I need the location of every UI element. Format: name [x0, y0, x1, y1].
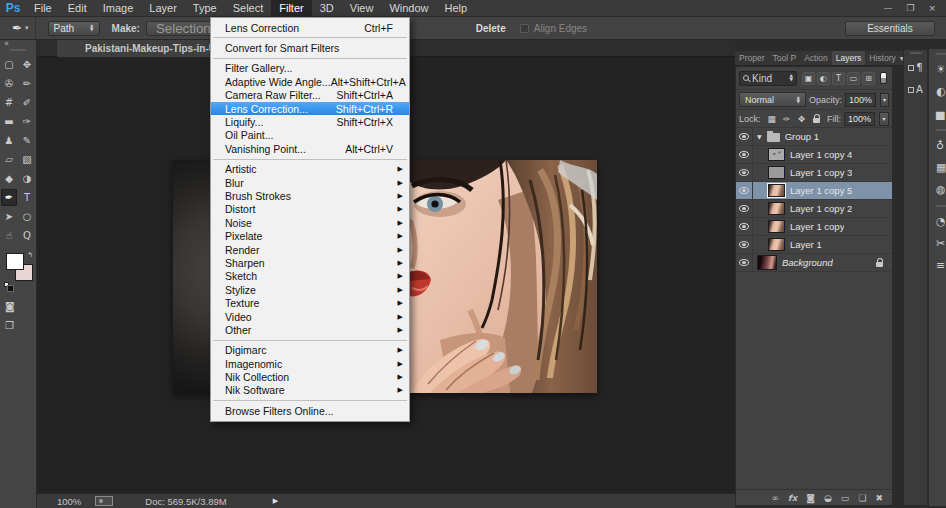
hand-tool[interactable]: ☝: [1, 227, 17, 244]
filter-adjustment-layers-icon[interactable]: ◐: [817, 72, 830, 85]
fill-arrow-icon[interactable]: ▾: [879, 112, 889, 126]
fill-value[interactable]: 100%: [844, 112, 875, 126]
blur-tool[interactable]: ◆: [1, 170, 17, 187]
layer-thumbnail[interactable]: [768, 238, 785, 251]
filter-menu-item-artistic[interactable]: Artistic▶: [211, 163, 409, 176]
eyedropper-tool[interactable]: ✐: [19, 94, 35, 111]
zoom-tool[interactable]: Q: [19, 227, 35, 244]
type-tool[interactable]: T: [19, 189, 35, 206]
menubar-item-type[interactable]: Type: [185, 0, 225, 17]
rectangular-marquee-tool[interactable]: ▢: [1, 56, 17, 73]
clipped-panel-icon[interactable]: ◔: [929, 211, 946, 233]
layer-row-layer-1-copy[interactable]: Layer 1 copy: [736, 218, 892, 236]
visibility-toggle[interactable]: [736, 236, 753, 253]
filter-menu-item-lens-correction[interactable]: Lens Correction...Shift+Ctrl+R: [211, 102, 409, 115]
tools-grip[interactable]: [10, 49, 26, 51]
filter-menu-item-imagenomic[interactable]: Imagenomic▶: [211, 357, 409, 370]
quick-mask-button[interactable]: ◙: [5, 301, 15, 312]
opacity-arrow-icon[interactable]: ▾: [880, 93, 889, 107]
filtering-toggle[interactable]: [880, 72, 887, 84]
quick-selection-tool[interactable]: ✏: [19, 75, 35, 92]
clipped-panel-icon[interactable]: ▅: [929, 103, 946, 125]
filter-menu-item-distort[interactable]: Distort▶: [211, 203, 409, 216]
layer-row-layer-1-copy-2[interactable]: Layer 1 copy 2: [736, 200, 892, 218]
move-tool[interactable]: ✥: [19, 56, 35, 73]
filter-menu-item-noise[interactable]: Noise▶: [211, 216, 409, 229]
filter-menu-item-nik-software[interactable]: Nik Software▶: [211, 384, 409, 397]
filter-shape-layers-icon[interactable]: ▭: [847, 72, 860, 85]
filter-menu-item-vanishing-point[interactable]: Vanishing Point...Alt+Ctrl+V: [211, 142, 409, 155]
panel-tab-action[interactable]: Action: [800, 51, 832, 65]
filter-menu-item-lens-correction[interactable]: Lens CorrectionCtrl+F: [211, 21, 409, 34]
filter-menu-item-oil-paint[interactable]: Oil Paint...: [211, 129, 409, 142]
filter-menu-item-render[interactable]: Render▶: [211, 243, 409, 256]
visibility-toggle[interactable]: [736, 128, 753, 145]
default-colors-icon[interactable]: [4, 282, 9, 287]
clipped-panel-icon[interactable]: ◐: [929, 81, 946, 103]
filter-menu-item-filter-gallery[interactable]: Filter Gallery...: [211, 62, 409, 75]
tool-preset-picker[interactable]: ✒ ▾: [0, 17, 36, 39]
dodge-tool[interactable]: ◑: [19, 170, 35, 187]
layer-thumbnail[interactable]: [757, 255, 777, 270]
layer-row-layer-1-copy-4[interactable]: Layer 1 copy 4: [736, 146, 892, 164]
foreground-color-swatch[interactable]: [6, 253, 24, 270]
brush-tool[interactable]: ✑: [19, 113, 35, 130]
zoom-level-field[interactable]: 100%: [57, 496, 81, 507]
filter-menu-item-stylize[interactable]: Stylize▶: [211, 283, 409, 296]
filter-pixel-layers-icon[interactable]: ▣: [802, 72, 815, 85]
menubar-item-window[interactable]: Window: [381, 0, 436, 17]
minimize-button[interactable]: —: [883, 3, 892, 13]
lock-image-pixels-icon[interactable]: ✑: [781, 113, 793, 125]
menubar-item-image[interactable]: Image: [95, 0, 142, 17]
lock-transparent-pixels-icon[interactable]: ▦: [766, 113, 778, 125]
menubar-item-help[interactable]: Help: [437, 0, 476, 17]
clipped-panel-icon[interactable]: ☀: [929, 59, 946, 81]
screen-mode-button[interactable]: ❐: [5, 320, 14, 331]
clipped-panel-icon[interactable]: ▦: [929, 157, 946, 179]
layer-row-layer-1-copy-5[interactable]: Layer 1 copy 5: [736, 182, 892, 200]
menubar-item-edit[interactable]: Edit: [60, 0, 95, 17]
layer-filter-kind-select[interactable]: Kind ▲▼: [739, 71, 797, 86]
filter-menu-item-sketch[interactable]: Sketch▶: [211, 270, 409, 283]
align-edges-checkbox[interactable]: [520, 24, 529, 33]
lasso-tool[interactable]: ✇: [1, 75, 17, 92]
layer-thumbnail[interactable]: [768, 166, 785, 179]
restore-button[interactable]: ❐: [906, 3, 914, 13]
layer-thumbnail[interactable]: [768, 220, 785, 233]
filter-menu-item-sharpen[interactable]: Sharpen▶: [211, 256, 409, 269]
history-brush-tool[interactable]: ✎: [19, 132, 35, 149]
delete-layer-icon[interactable]: ✖: [875, 493, 883, 503]
filter-menu-item-texture[interactable]: Texture▶: [211, 296, 409, 309]
layer-row-layer-1[interactable]: Layer 1: [736, 236, 892, 254]
blend-mode-select[interactable]: Normal ▲▼: [739, 92, 806, 107]
link-layers-icon[interactable]: ∞: [772, 493, 780, 503]
paragraph-styles-icon[interactable]: ¶: [906, 58, 925, 77]
filter-menu-item-convert-for-smart-filters[interactable]: Convert for Smart Filters: [211, 41, 409, 54]
filter-menu-item-brush-strokes[interactable]: Brush Strokes▶: [211, 189, 409, 202]
menubar-item-layer[interactable]: Layer: [141, 0, 185, 17]
filter-menu-item-video[interactable]: Video▶: [211, 310, 409, 323]
expand-triangle-icon[interactable]: ▼: [757, 133, 762, 140]
menubar-item-select[interactable]: Select: [225, 0, 272, 17]
visibility-toggle[interactable]: [736, 254, 753, 271]
collapse-tools-icon[interactable]: «: [0, 40, 36, 48]
clipped-panel-icon[interactable]: ≡: [929, 255, 946, 277]
dock-grip[interactable]: [910, 52, 922, 54]
filter-menu-item-blur[interactable]: Blur▶: [211, 176, 409, 189]
lock-position-icon[interactable]: ✥: [796, 113, 808, 125]
workspace-switcher[interactable]: Essentials: [845, 21, 935, 36]
menubar-item-filter[interactable]: Filter: [271, 0, 311, 17]
tool-mode-select[interactable]: Path ▲▼: [48, 21, 100, 36]
new-layer-icon[interactable]: ❏: [858, 493, 866, 503]
filter-smart-objects-icon[interactable]: ⊞: [862, 72, 875, 85]
filter-menu-item-digimarc[interactable]: Digimarc▶: [211, 344, 409, 357]
opacity-value[interactable]: 100%: [845, 93, 876, 107]
panel-tab-layers[interactable]: Layers: [832, 51, 866, 65]
visibility-toggle[interactable]: [736, 200, 753, 217]
character-styles-icon[interactable]: A: [906, 80, 925, 99]
visibility-toggle[interactable]: [736, 164, 753, 181]
eraser-tool[interactable]: ▱: [1, 151, 17, 168]
visibility-toggle[interactable]: [736, 218, 753, 235]
menubar-item-view[interactable]: View: [342, 0, 382, 17]
close-button[interactable]: ×: [928, 3, 936, 13]
